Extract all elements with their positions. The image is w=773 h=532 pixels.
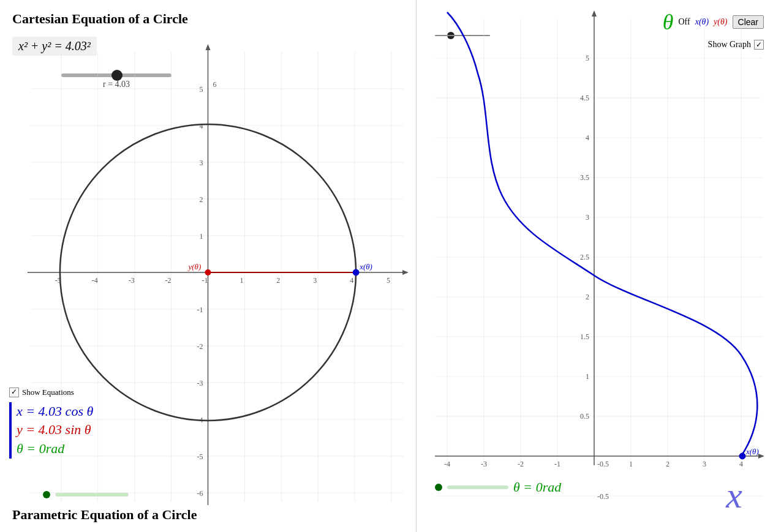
svg-text:-4: -4 (92, 276, 98, 285)
svg-text:4: 4 (200, 122, 203, 130)
x-theta-control-label[interactable]: x(θ) (695, 17, 709, 27)
svg-text:-3: -3 (197, 379, 203, 388)
eq-theta: θ = 0rad (17, 440, 93, 459)
eq-x: x = 4.03 cos θ (17, 402, 93, 421)
svg-marker-25 (402, 270, 409, 275)
svg-text:0.5: 0.5 (580, 412, 589, 421)
y-theta-control-label[interactable]: y(θ) (714, 17, 727, 27)
svg-text:4: 4 (350, 276, 353, 285)
y-theta-label: y(θ) (187, 262, 202, 271)
svg-text:-4: -4 (444, 460, 450, 468)
svg-text:3: 3 (313, 276, 317, 285)
theta-slider-container-left (43, 491, 129, 498)
svg-text:4: 4 (586, 133, 589, 142)
right-graph-svg: 5 4.5 4 3.5 3 2.5 2 1.5 1 0.5 -0.5 -0.5 … (417, 0, 773, 532)
right-panel: θ Off x(θ) y(θ) Clear Show Graph ✓ (417, 0, 773, 532)
svg-text:-2: -2 (518, 460, 524, 468)
svg-text:-3: -3 (129, 276, 135, 285)
svg-text:1: 1 (629, 460, 633, 468)
svg-point-51 (205, 269, 211, 275)
svg-text:5: 5 (200, 85, 203, 94)
right-theta-text: θ = 0rad (513, 479, 561, 495)
svg-text:1: 1 (200, 232, 203, 241)
svg-text:2: 2 (276, 276, 280, 285)
svg-marker-75 (758, 454, 764, 459)
svg-text:2: 2 (666, 460, 669, 468)
svg-text:4: 4 (739, 460, 743, 468)
svg-text:-3: -3 (481, 460, 487, 468)
svg-text:-6: -6 (197, 489, 203, 498)
svg-text:2.5: 2.5 (580, 253, 589, 261)
x-theta-right-label: x(θ) (745, 447, 759, 456)
left-panel: Cartesian Equation of a Circle x² + y² =… (0, 0, 417, 532)
eq-y: y = 4.03 sin θ (17, 421, 93, 440)
theta-slider-left[interactable] (55, 493, 129, 496)
svg-point-50 (353, 269, 359, 275)
svg-text:-1: -1 (554, 460, 560, 468)
svg-text:-0.5: -0.5 (597, 492, 609, 501)
svg-text:-1: -1 (197, 305, 203, 314)
right-theta-dot (435, 484, 442, 491)
svg-text:3.5: 3.5 (580, 173, 589, 182)
svg-text:3: 3 (586, 213, 589, 222)
show-equations-row: ✓ Show Equations (9, 388, 93, 397)
svg-point-96 (739, 453, 745, 459)
svg-text:2: 2 (200, 195, 203, 204)
x-theta-label-left: x(θ) (359, 262, 372, 271)
theta-slider-right[interactable] (447, 485, 508, 489)
svg-text:3: 3 (200, 159, 203, 167)
svg-text:4.5: 4.5 (580, 94, 589, 102)
right-controls: θ Off x(θ) y(θ) Clear (663, 9, 764, 35)
big-x-label: x (726, 474, 742, 517)
svg-text:5: 5 (586, 54, 589, 62)
equations-area: ✓ Show Equations x = 4.03 cos θ y = 4.03… (9, 388, 93, 459)
svg-marker-74 (592, 10, 597, 17)
equations-border: x = 4.03 cos θ y = 4.03 sin θ θ = 0rad (9, 402, 93, 459)
svg-text:2: 2 (586, 293, 589, 301)
svg-text:1: 1 (586, 372, 589, 381)
svg-text:5: 5 (386, 276, 390, 285)
svg-text:1.5: 1.5 (580, 332, 589, 341)
off-label: Off (679, 17, 690, 27)
svg-marker-24 (206, 44, 211, 50)
svg-text:-2: -2 (165, 276, 172, 285)
show-equations-checkbox[interactable]: ✓ (9, 388, 19, 397)
svg-text:-0.5: -0.5 (597, 460, 609, 468)
show-equations-label: Show Equations (22, 388, 74, 397)
theta-symbol: θ (663, 9, 674, 35)
svg-text:-5: -5 (197, 452, 203, 461)
svg-text:-2: -2 (197, 342, 203, 351)
svg-text:-1: -1 (202, 276, 208, 285)
svg-text:3: 3 (703, 460, 706, 468)
theta-dot-left (43, 491, 50, 498)
parametric-title: Parametric Equation of a Circle (12, 507, 197, 523)
clear-button[interactable]: Clear (733, 15, 764, 29)
svg-text:1: 1 (239, 276, 243, 285)
right-theta-display: θ = 0rad (435, 479, 561, 495)
svg-text:6: 6 (213, 80, 216, 89)
